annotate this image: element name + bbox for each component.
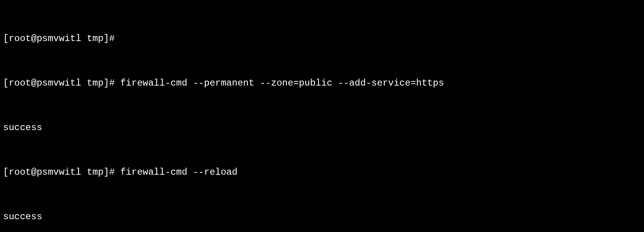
terminal-output: success [3, 120, 641, 135]
terminal-window[interactable]: [root@psmvwitl tmp]# [root@psmvwitl tmp]… [0, 0, 644, 232]
command: firewall-cmd --reload [120, 167, 237, 177]
command: firewall-cmd --permanent --zone=public -… [120, 78, 444, 88]
terminal-line: [root@psmvwitl tmp]# firewall-cmd --relo… [3, 165, 641, 180]
terminal-line: [root@psmvwitl tmp]# firewall-cmd --perm… [3, 76, 641, 91]
terminal-output: success [3, 210, 641, 224]
terminal-line: [root@psmvwitl tmp]# [3, 31, 641, 46]
prompt: [root@psmvwitl tmp]# [3, 78, 115, 88]
prompt: [root@psmvwitl tmp]# [3, 167, 115, 177]
prompt: [root@psmvwitl tmp]# [3, 33, 115, 44]
